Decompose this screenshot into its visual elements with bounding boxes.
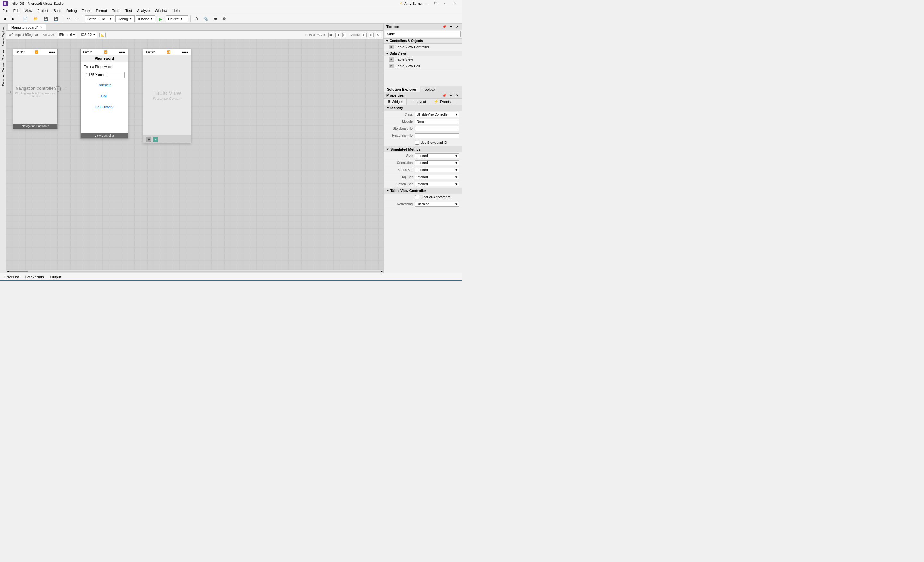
class-dropdown[interactable]: UITableViewController ▼ [415, 112, 459, 117]
clear-appearance-value[interactable]: Clear on Appearance [415, 195, 459, 199]
debug-dropdown[interactable]: Debug ▼ [116, 15, 135, 23]
storyboard-id-input[interactable] [415, 126, 459, 131]
identity-section-header[interactable]: ▼ Identity [384, 105, 462, 111]
constraints-btn-1[interactable]: ⊞ [328, 33, 333, 37]
properties-close-button[interactable]: ✕ [455, 94, 459, 97]
properties-dropdown-button[interactable]: ▼ [448, 94, 454, 97]
call-history-button[interactable]: Call History [84, 103, 125, 111]
refreshing-value[interactable]: Disabled ▼ [415, 202, 459, 207]
orientation-dropdown[interactable]: Inferred ▼ [415, 161, 459, 165]
iphone-dropdown[interactable]: iPhone 6 ▼ [58, 32, 77, 38]
storyboard-id-value[interactable] [415, 126, 459, 131]
open-button[interactable]: 📂 [31, 16, 40, 22]
menu-view[interactable]: View [22, 7, 35, 14]
redo-button[interactable]: ↪ [74, 16, 81, 22]
module-input[interactable] [415, 119, 459, 124]
toolbox-dropdown-button[interactable]: ▼ [448, 25, 454, 29]
device-type-dropdown[interactable]: Device ▼ [166, 15, 188, 23]
menu-window[interactable]: Window [152, 7, 170, 14]
device-dropdown[interactable]: iPhone ▼ [136, 15, 155, 23]
properties-controls[interactable]: 📌 ▼ ✕ [441, 94, 459, 97]
error-list-tab[interactable]: Error List [1, 274, 22, 279]
prop-tab-widget[interactable]: ⊞ Widget [384, 99, 407, 105]
ios-dropdown[interactable]: iOS 9.2 ▼ [80, 32, 97, 38]
bottombar-dropdown[interactable]: Inferred ▼ [415, 182, 459, 186]
orientation-value[interactable]: Inferred ▼ [415, 161, 459, 165]
menu-analyze[interactable]: Analyze [134, 7, 152, 14]
phoneword-input[interactable] [84, 72, 125, 78]
save-button[interactable]: 💾 [41, 16, 50, 22]
output-tab[interactable]: Output [47, 274, 64, 279]
translate-button[interactable]: Translate [84, 81, 125, 89]
toolbox-item-tableviewcontroller[interactable]: ⊞ Table View Controller [384, 44, 462, 50]
profiler-button[interactable]: ⊕ [212, 16, 219, 22]
menu-test[interactable]: Test [123, 7, 134, 14]
refreshing-dropdown[interactable]: Disabled ▼ [415, 202, 459, 207]
toolbox-item-tableviewcell[interactable]: ⊟ Table View Cell [384, 63, 462, 70]
zoom-fit-button[interactable]: ⊡ [362, 33, 367, 37]
toolbox-controls[interactable]: 📌 ▼ ✕ [441, 25, 459, 29]
prop-tab-layout[interactable]: — Layout [407, 99, 430, 105]
simulated-section-header[interactable]: ▼ Simulated Metrics [384, 146, 462, 152]
use-storyboard-value[interactable]: Use Storyboard ID [415, 141, 459, 145]
toolbox-close-button[interactable]: ✕ [455, 25, 459, 29]
tab-close-button[interactable]: ✕ [40, 26, 42, 29]
window-controls[interactable]: — ❐ □ ✕ [422, 0, 459, 7]
back-button[interactable]: ◀ [1, 16, 8, 22]
batch-build-dropdown[interactable]: Batch Build... ▼ [85, 15, 114, 23]
minimize-button[interactable]: — [422, 0, 430, 7]
menu-tools[interactable]: Tools [110, 7, 123, 14]
toolbox-item-tableview[interactable]: ⊟ Table View [384, 56, 462, 63]
zoom-expand-button[interactable]: ⊞ [369, 33, 374, 37]
tv-icon-1[interactable]: ⊟ [146, 137, 151, 142]
menu-debug[interactable]: Debug [64, 7, 79, 14]
menu-help[interactable]: Help [170, 7, 182, 14]
breakpoint-button[interactable]: ⬡ [192, 16, 200, 22]
new-project-button[interactable]: 📄 [21, 16, 30, 22]
call-button[interactable]: Call [84, 92, 125, 100]
use-storyboard-checkbox[interactable] [415, 141, 419, 145]
close-button[interactable]: ✕ [450, 0, 459, 7]
maximize-button[interactable]: □ [441, 0, 450, 7]
breakpoints-tab[interactable]: Breakpoints [22, 274, 47, 279]
menu-edit[interactable]: Edit [11, 7, 22, 14]
topbar-value[interactable]: Inferred ▼ [415, 174, 459, 179]
zoom-settings-button[interactable]: ⚙ [376, 33, 381, 37]
restoration-id-input[interactable] [415, 133, 459, 138]
menu-project[interactable]: Project [34, 7, 51, 14]
toolbox-section-header-data[interactable]: ▼ Data Views [384, 51, 462, 56]
tv-icon-2[interactable]: + [153, 137, 158, 142]
toolbox-pin-button[interactable]: 📌 [441, 25, 447, 29]
attach-button[interactable]: 📎 [201, 16, 210, 22]
canvas-scrollbar[interactable]: ◀ ▶ [6, 269, 383, 273]
use-storyboard-checkbox-label[interactable]: Use Storyboard ID [415, 141, 459, 145]
settings-button[interactable]: ⚙ [220, 16, 228, 22]
clear-appearance-checkbox-label[interactable]: Clear on Appearance [415, 195, 459, 199]
tvc-section-header[interactable]: ▼ Table View Controller [384, 188, 462, 194]
size-value[interactable]: Inferred ▼ [415, 153, 459, 158]
menu-format[interactable]: Format [93, 7, 110, 14]
properties-pin-button[interactable]: 📌 [441, 94, 447, 97]
scrollbar-thumb[interactable] [9, 270, 28, 272]
constraints-btn-3[interactable]: □ [342, 33, 346, 37]
tab-main-storyboard[interactable]: Main.storyboard* ✕ [8, 24, 46, 30]
clear-appearance-checkbox[interactable] [415, 195, 419, 199]
class-value[interactable]: UITableViewController ▼ [415, 112, 459, 117]
menu-file[interactable]: File [0, 7, 11, 14]
canvas-area[interactable]: Carrier 📶 ■■■■ › Navigation Controller C… [6, 39, 383, 273]
constraints-btn-2[interactable]: ⊡ [335, 33, 340, 37]
menu-build[interactable]: Build [51, 7, 64, 14]
toolbox-section-header-controllers[interactable]: ▼ Controllers & Objects [384, 39, 462, 44]
server-explorer-icon[interactable]: Server Explorer [1, 25, 6, 48]
save-all-button[interactable]: 💾 [52, 16, 61, 22]
aspect-button[interactable]: 📐 [99, 33, 105, 37]
toolbox-side-icon[interactable]: Toolbox [1, 48, 6, 61]
toolbox-search-input[interactable] [385, 31, 461, 37]
run-button[interactable]: ▶ [157, 15, 165, 23]
forward-button[interactable]: ▶ [10, 16, 16, 22]
scrollbar-track[interactable] [9, 270, 381, 272]
module-value[interactable] [415, 119, 459, 124]
toolbox-tab[interactable]: Toolbox [420, 86, 439, 92]
menu-team[interactable]: Team [80, 7, 93, 14]
document-outline-icon[interactable]: Document Outline [1, 62, 6, 87]
